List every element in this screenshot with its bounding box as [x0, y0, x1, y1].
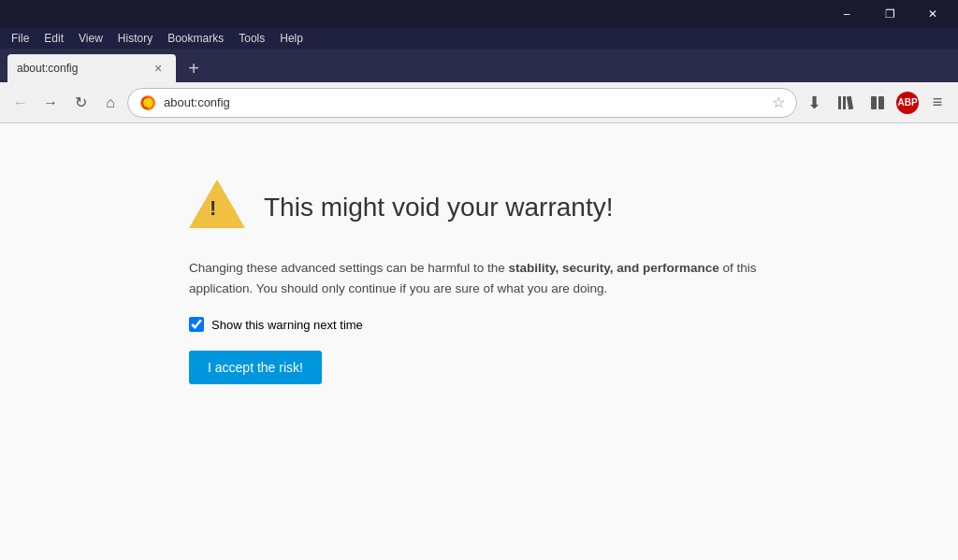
home-button[interactable]: ⌂ [97, 90, 123, 116]
svg-rect-3 [843, 96, 846, 109]
accept-risk-button[interactable]: I accept the risk! [189, 351, 322, 384]
warning-text-1: Changing these advanced settings can be … [189, 261, 508, 275]
page-content: This might void your warranty! Changing … [0, 123, 958, 560]
library-button[interactable] [833, 90, 859, 116]
toolbar: ← → ↻ ⌂ ☆ ⬇ ABP ≡ [0, 82, 958, 123]
url-bar[interactable]: ☆ [127, 88, 797, 118]
warning-bold-text: stability, security, and performance [508, 261, 718, 275]
warning-header: This might void your warranty! [189, 179, 769, 236]
active-tab[interactable]: about:config × [7, 54, 176, 82]
adblock-button[interactable]: ABP [896, 92, 919, 114]
tabbar: about:config × + [0, 49, 958, 82]
menu-bookmarks[interactable]: Bookmarks [160, 30, 231, 47]
forward-button[interactable]: → [37, 90, 64, 116]
url-input[interactable] [164, 95, 764, 109]
downloads-button[interactable]: ⬇ [801, 90, 827, 116]
reload-button[interactable]: ↻ [67, 90, 94, 116]
menubar: File Edit View History Bookmarks Tools H… [0, 28, 958, 49]
reader-view-button[interactable] [864, 90, 891, 116]
svg-rect-6 [878, 96, 884, 109]
library-icon [836, 93, 855, 112]
titlebar: – ❐ ✕ [0, 0, 958, 28]
toolbar-right-icons: ⬇ ABP ≡ [801, 90, 951, 116]
tab-close-button[interactable]: × [150, 60, 167, 77]
menu-file[interactable]: File [4, 30, 36, 47]
menu-help[interactable]: Help [272, 30, 311, 47]
checkbox-label[interactable]: Show this warning next time [211, 318, 363, 332]
show-warning-checkbox[interactable] [189, 317, 204, 332]
close-button[interactable]: ✕ [911, 0, 954, 28]
menu-view[interactable]: View [71, 30, 110, 47]
checkbox-row: Show this warning next time [189, 317, 769, 332]
menu-tools[interactable]: Tools [231, 30, 272, 47]
restore-button[interactable]: ❐ [868, 0, 911, 28]
warning-title: This might void your warranty! [264, 193, 613, 223]
menu-history[interactable]: History [110, 30, 160, 47]
reader-icon [868, 93, 887, 112]
minimize-button[interactable]: – [825, 0, 868, 28]
bookmark-star-icon[interactable]: ☆ [772, 93, 785, 111]
svg-rect-5 [871, 96, 877, 109]
menu-edit[interactable]: Edit [36, 30, 71, 47]
svg-rect-4 [847, 95, 853, 109]
warning-triangle-icon [189, 179, 245, 236]
menu-button[interactable]: ≡ [924, 90, 951, 116]
warning-box: This might void your warranty! Changing … [152, 179, 806, 560]
tab-title: about:config [17, 62, 142, 75]
firefox-logo-icon [139, 94, 156, 111]
svg-rect-2 [838, 96, 841, 109]
warning-body: Changing these advanced settings can be … [189, 258, 769, 298]
new-tab-button[interactable]: + [180, 54, 208, 82]
back-button[interactable]: ← [7, 90, 34, 116]
